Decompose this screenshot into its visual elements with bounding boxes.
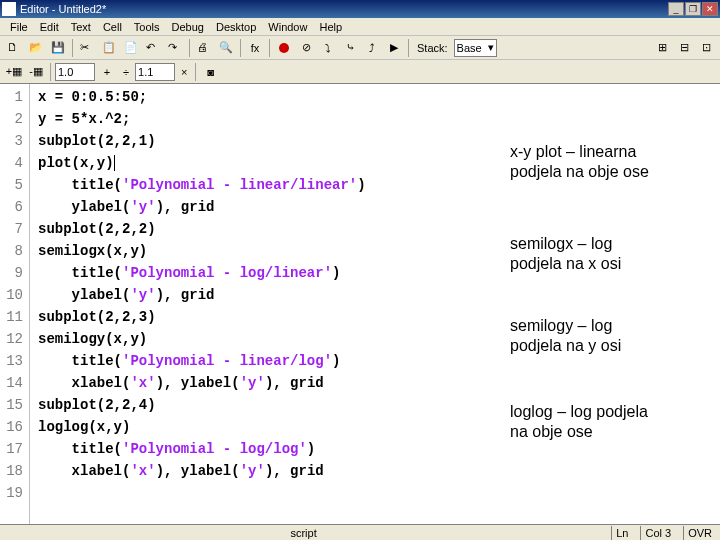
menu-cell[interactable]: Cell <box>97 20 128 34</box>
menu-file[interactable]: File <box>4 20 34 34</box>
layout2-icon: ⊡ <box>702 41 711 54</box>
code-line[interactable]: semilogy(x,y) <box>38 328 720 350</box>
layout-button[interactable]: ⊟ <box>674 38 694 58</box>
undo-button[interactable]: ↶ <box>143 38 163 58</box>
step-in-button[interactable]: ⤷ <box>340 38 360 58</box>
paste-button[interactable]: 📄 <box>121 38 141 58</box>
code-line[interactable]: subplot(2,2,1) <box>38 130 720 152</box>
titlebar: Editor - Untitled2* _ ❐ ✕ <box>0 0 720 18</box>
code-line[interactable]: title('Polynomial - log/log') <box>38 438 720 460</box>
code-line[interactable]: x = 0:0.5:50; <box>38 86 720 108</box>
new-button[interactable]: 🗋 <box>4 38 24 58</box>
close-button[interactable]: ✕ <box>702 2 718 16</box>
goto-input[interactable] <box>55 63 95 81</box>
toolbar-cell: +▦ -▦ + ÷ × ◙ <box>0 60 720 84</box>
line-number: 17 <box>0 438 29 460</box>
separator <box>269 39 270 57</box>
save-button[interactable]: 💾 <box>48 38 68 58</box>
minimize-button[interactable]: _ <box>668 2 684 16</box>
separator <box>50 63 51 81</box>
plus-icon: + <box>104 66 110 78</box>
line-number: 15 <box>0 394 29 416</box>
code-editor[interactable]: x = 0:0.5:50;y = 5*x.^2;subplot(2,2,1)pl… <box>30 84 720 526</box>
status-ovr: OVR <box>683 526 716 540</box>
code-line[interactable]: loglog(x,y) <box>38 416 720 438</box>
separator <box>240 39 241 57</box>
line-number: 8 <box>0 240 29 262</box>
find-button[interactable]: 🔍 <box>216 38 236 58</box>
layout2-button[interactable]: ⊡ <box>696 38 716 58</box>
status-filetype: script <box>290 527 316 539</box>
code-line[interactable]: semilogx(x,y) <box>38 240 720 262</box>
code-line[interactable]: subplot(2,2,3) <box>38 306 720 328</box>
new-icon: 🗋 <box>7 41 21 55</box>
clear-bp-icon: ⊘ <box>302 41 311 54</box>
code-line[interactable]: ylabel('y'), grid <box>38 196 720 218</box>
line-number: 3 <box>0 130 29 152</box>
line-number: 2 <box>0 108 29 130</box>
statusbar: script Ln Col 3 OVR <box>0 524 720 540</box>
step-out-button[interactable]: ⤴ <box>362 38 382 58</box>
save-icon: 💾 <box>51 41 65 55</box>
fx-button[interactable]: fx <box>245 38 265 58</box>
menu-desktop[interactable]: Desktop <box>210 20 262 34</box>
dock-button[interactable]: ⊞ <box>652 38 672 58</box>
app-icon <box>2 2 16 16</box>
window-controls: _ ❐ ✕ <box>668 2 718 16</box>
line-number: 16 <box>0 416 29 438</box>
run-button[interactable]: ▶ <box>384 38 404 58</box>
code-line[interactable]: title('Polynomial - linear/log') <box>38 350 720 372</box>
menu-edit[interactable]: Edit <box>34 20 65 34</box>
breakpoint-button[interactable] <box>274 38 294 58</box>
line-number: 13 <box>0 350 29 372</box>
code-line[interactable]: xlabel('x'), ylabel('y'), grid <box>38 460 720 482</box>
open-icon: 📂 <box>29 41 43 55</box>
publish-button[interactable]: ◙ <box>200 62 220 82</box>
layout-icon: ⊟ <box>680 41 689 54</box>
paste-icon: 📄 <box>124 41 138 55</box>
publish-icon: ◙ <box>207 66 214 78</box>
times-input[interactable] <box>135 63 175 81</box>
step-icon: ⤵ <box>325 42 331 54</box>
menu-debug[interactable]: Debug <box>166 20 210 34</box>
code-line[interactable]: title('Polynomial - log/linear') <box>38 262 720 284</box>
open-button[interactable]: 📂 <box>26 38 46 58</box>
cell-plus-button[interactable]: +▦ <box>4 62 24 82</box>
code-line[interactable]: y = 5*x.^2; <box>38 108 720 130</box>
menu-window[interactable]: Window <box>262 20 313 34</box>
code-line[interactable] <box>38 482 720 504</box>
redo-button[interactable]: ↷ <box>165 38 185 58</box>
editor-area: 12345678910111213141516171819 x = 0:0.5:… <box>0 84 720 526</box>
print-button[interactable]: 🖨 <box>194 38 214 58</box>
line-number: 12 <box>0 328 29 350</box>
menu-tools[interactable]: Tools <box>128 20 166 34</box>
increment-button[interactable]: + <box>97 62 117 82</box>
code-line[interactable]: subplot(2,2,4) <box>38 394 720 416</box>
code-line[interactable]: ylabel('y'), grid <box>38 284 720 306</box>
dock-icon: ⊞ <box>658 41 667 54</box>
run-icon: ▶ <box>390 41 398 54</box>
menu-help[interactable]: Help <box>313 20 348 34</box>
code-line[interactable]: title('Polynomial - linear/linear') <box>38 174 720 196</box>
separator <box>408 39 409 57</box>
clear-bp-button[interactable]: ⊘ <box>296 38 316 58</box>
step-in-icon: ⤷ <box>346 41 355 54</box>
step-button[interactable]: ⤵ <box>318 38 338 58</box>
status-col: Col 3 <box>640 526 675 540</box>
code-line[interactable]: subplot(2,2,2) <box>38 218 720 240</box>
breakpoint-icon <box>279 43 289 53</box>
copy-button[interactable]: 📋 <box>99 38 119 58</box>
menu-text[interactable]: Text <box>65 20 97 34</box>
line-number: 5 <box>0 174 29 196</box>
cut-button[interactable]: ✂ <box>77 38 97 58</box>
line-number-gutter: 12345678910111213141516171819 <box>0 84 30 526</box>
restore-button[interactable]: ❐ <box>685 2 701 16</box>
code-line[interactable]: plot(x,y) <box>38 152 720 174</box>
separator <box>189 39 190 57</box>
line-number: 18 <box>0 460 29 482</box>
separator <box>195 63 196 81</box>
stack-label: Stack: <box>413 42 452 54</box>
cell-minus-button[interactable]: -▦ <box>26 62 46 82</box>
code-line[interactable]: xlabel('x'), ylabel('y'), grid <box>38 372 720 394</box>
stack-dropdown[interactable]: Base ▾ <box>454 39 497 57</box>
